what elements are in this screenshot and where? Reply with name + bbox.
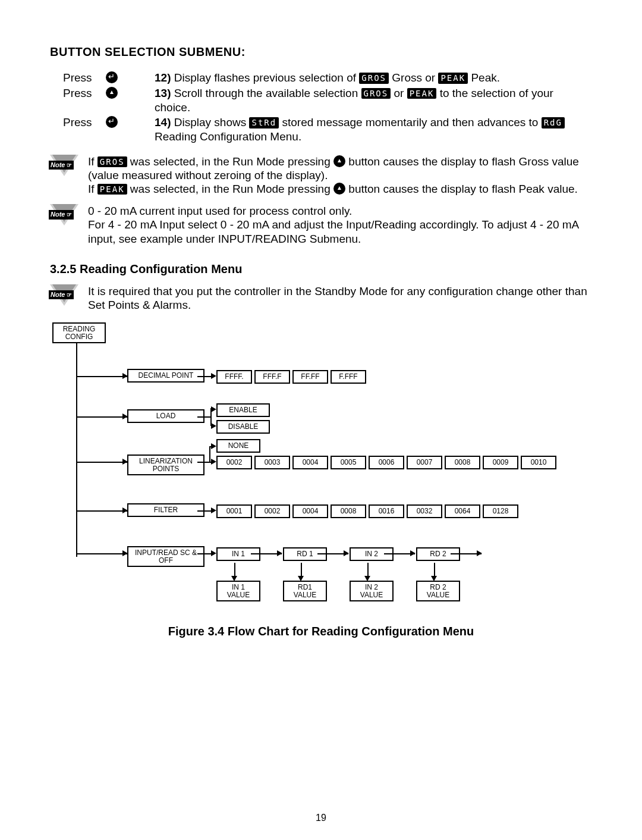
arrow-icon [344,550,349,556]
note-icon: Note [50,204,81,229]
flow-category: LOAD [127,409,204,423]
flow-option: 0064 [445,504,480,518]
flow-category: INPUT/READ SC & OFF [127,546,204,567]
arrow-icon [211,443,216,449]
flow-option: 0002 [216,456,252,469]
seg-display-badge: StRd [249,117,279,128]
connector [76,462,127,463]
connector [234,563,235,576]
flow-io-value: IN 1 VALUE [216,581,260,601]
connector [197,416,209,418]
connector [76,343,77,557]
connector [197,376,209,377]
step-body: 13) Scroll through the available selecti… [155,86,592,115]
flow-option: FFF.F [254,370,290,384]
connector [367,563,369,576]
arrow-icon [211,550,216,556]
note-icon: Note [50,284,81,309]
arrow-icon [211,423,216,429]
note-text: If GROS was selected, in the Run Mode pr… [88,155,592,196]
flow-io-value: RD1 VALUE [283,581,327,601]
flow-option: 0016 [369,504,404,518]
enter-icon [106,116,118,128]
page-number: 19 [0,813,642,823]
step-button-icon-cell [106,86,155,101]
step-row: Press 14) Display shows StRd stored mess… [63,115,592,144]
arrow-icon [211,373,216,379]
flow-io-value: IN 2 VALUE [350,581,394,601]
flow-root: READING CONFIG [52,322,106,343]
note-block-2: Note 0 - 20 mA current input used for pr… [50,204,592,246]
flow-option: 0008 [331,504,366,518]
connector [434,563,435,576]
arrow-icon [277,550,282,556]
step-body: 14) Display shows StRd stored message mo… [155,115,592,144]
flow-option: 0007 [407,456,442,469]
connector [76,510,127,512]
flow-option: 0005 [331,456,366,469]
connector [76,376,127,377]
connector [76,553,127,554]
flow-category: DECIMAL POINT [127,369,204,383]
seg-display-badge: PEAK [97,184,127,195]
arrow-icon [211,406,216,412]
note-text: 0 - 20 mA current input used for process… [88,204,592,246]
connector [197,510,209,512]
subsection-heading: 3.2.5 Reading Configuration Menu [50,262,592,276]
connector [76,416,127,418]
flow-option: 0008 [445,456,480,469]
flow-option: 0003 [254,456,290,469]
connector [197,462,209,463]
flow-option: NONE [216,439,260,453]
flow-option: 0128 [483,504,518,518]
connector [301,563,302,576]
press-label: Press [63,86,106,101]
seg-display-badge: PEAK [407,88,437,99]
note-text: It is required that you put the controll… [88,284,592,312]
flowchart: READING CONFIGDECIMAL POINTFFFF.FFF.FFF.… [52,322,587,614]
flow-category: FILTER [127,503,204,517]
flow-option: F.FFF [331,370,366,384]
section-heading: BUTTON SELECTION SUBMENU: [50,45,592,59]
arrow-icon [211,459,216,465]
connector [209,446,210,462]
note-badge-text: Note [49,290,74,299]
flow-option: DISABLE [216,420,270,434]
note-block-1: Note If GROS was selected, in the Run Mo… [50,155,592,196]
arrow-icon [211,507,216,513]
flow-option: ENABLE [216,403,270,417]
connector [197,553,209,554]
flow-option: 0032 [407,504,442,518]
press-label: Press [63,71,106,85]
arrow-icon [477,550,482,556]
step-button-icon-cell [106,115,155,130]
seg-display-badge: GROS [359,73,389,84]
enter-icon [106,71,118,83]
up-icon [333,183,345,195]
up-icon [333,155,345,167]
seg-display-badge: GROS [361,88,391,99]
flow-option: 0004 [292,504,328,518]
up-icon [106,87,118,99]
flow-option: 0010 [521,456,556,469]
flow-option: 0002 [254,504,290,518]
flow-option: 0001 [216,504,252,518]
flow-option: 0009 [483,456,518,469]
figure-caption: Figure 3.4 Flow Chart for Reading Config… [50,625,592,638]
seg-display-badge: GROS [97,156,127,167]
note-badge-text: Note [49,210,74,219]
step-row: Press 13) Scroll through the available s… [63,86,592,115]
seg-display-badge: PEAK [438,73,468,84]
seg-display-badge: RdG [542,117,565,128]
flow-option: 0004 [292,456,328,469]
press-label: Press [63,115,106,130]
button-steps: Press 12) Display flashes previous selec… [63,71,592,144]
flow-option: FF.FF [292,370,328,384]
step-row: Press 12) Display flashes previous selec… [63,71,592,85]
step-button-icon-cell [106,71,155,85]
note-icon: Note [50,155,81,180]
note-badge-text: Note [49,161,74,170]
flow-category: LINEARIZATION POINTS [127,455,204,475]
arrow-icon [410,550,416,556]
step-body: 12) Display flashes previous selection o… [155,71,592,85]
